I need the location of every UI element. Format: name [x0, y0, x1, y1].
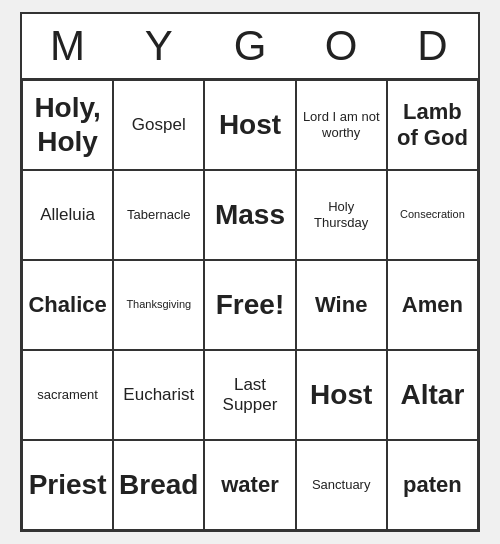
- cell-text: Chalice: [28, 292, 106, 318]
- cell-text: Host: [310, 378, 372, 412]
- cell-text: Gospel: [132, 115, 186, 135]
- cell-text: Holy Thursday: [301, 199, 382, 230]
- bingo-cell: Last Supper: [204, 350, 295, 440]
- bingo-cell: Gospel: [113, 80, 204, 170]
- bingo-cell: Wine: [296, 260, 387, 350]
- header-letter: G: [204, 14, 295, 78]
- bingo-cell: Thanksgiving: [113, 260, 204, 350]
- bingo-cell: Tabernacle: [113, 170, 204, 260]
- bingo-cell: Eucharist: [113, 350, 204, 440]
- bingo-cell: Free!: [204, 260, 295, 350]
- bingo-cell: Host: [296, 350, 387, 440]
- cell-text: Alleluia: [40, 205, 95, 225]
- bingo-cell: Alleluia: [22, 170, 113, 260]
- bingo-cell: Priest: [22, 440, 113, 530]
- bingo-card: MYGOD Holy, HolyGospelHostLord I am not …: [20, 12, 480, 532]
- cell-text: Altar: [400, 378, 464, 412]
- bingo-cell: Consecration: [387, 170, 478, 260]
- cell-text: Priest: [29, 468, 107, 502]
- cell-text: Mass: [215, 198, 285, 232]
- cell-text: Host: [219, 108, 281, 142]
- bingo-header: MYGOD: [22, 14, 478, 80]
- cell-text: Eucharist: [123, 385, 194, 405]
- bingo-cell: paten: [387, 440, 478, 530]
- header-letter: M: [22, 14, 113, 78]
- cell-text: Thanksgiving: [126, 298, 191, 311]
- cell-text: sacrament: [37, 387, 98, 403]
- bingo-cell: Holy, Holy: [22, 80, 113, 170]
- bingo-grid: Holy, HolyGospelHostLord I am not worthy…: [22, 80, 478, 530]
- cell-text: Holy, Holy: [27, 91, 108, 158]
- bingo-cell: Bread: [113, 440, 204, 530]
- cell-text: Sanctuary: [312, 477, 371, 493]
- bingo-cell: Amen: [387, 260, 478, 350]
- bingo-cell: Lamb of God: [387, 80, 478, 170]
- cell-text: Lamb of God: [392, 99, 473, 152]
- header-letter: D: [387, 14, 478, 78]
- cell-text: water: [221, 472, 278, 498]
- bingo-cell: Sanctuary: [296, 440, 387, 530]
- cell-text: Lord I am not worthy: [301, 109, 382, 140]
- bingo-cell: Lord I am not worthy: [296, 80, 387, 170]
- cell-text: Tabernacle: [127, 207, 191, 223]
- cell-text: Wine: [315, 292, 367, 318]
- cell-text: Last Supper: [209, 375, 290, 416]
- bingo-cell: Chalice: [22, 260, 113, 350]
- header-letter: O: [296, 14, 387, 78]
- bingo-cell: water: [204, 440, 295, 530]
- cell-text: Bread: [119, 468, 198, 502]
- cell-text: Amen: [402, 292, 463, 318]
- header-letter: Y: [113, 14, 204, 78]
- bingo-cell: Holy Thursday: [296, 170, 387, 260]
- cell-text: Free!: [216, 288, 284, 322]
- bingo-cell: Host: [204, 80, 295, 170]
- bingo-cell: sacrament: [22, 350, 113, 440]
- cell-text: Consecration: [400, 208, 465, 221]
- bingo-cell: Altar: [387, 350, 478, 440]
- cell-text: paten: [403, 472, 462, 498]
- bingo-cell: Mass: [204, 170, 295, 260]
